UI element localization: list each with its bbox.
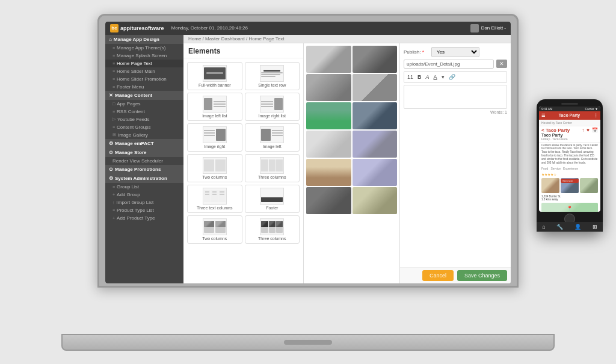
user-avatar <box>470 24 479 32</box>
save-button[interactable]: Save Changes <box>457 270 507 281</box>
sidebar-section-empact[interactable]: ⚙ Manage emPACT <box>105 139 183 148</box>
content-area: Home / Master Dashboard / Home Page Text… <box>183 35 511 283</box>
img-left-list-icon <box>203 96 227 113</box>
gallery-item[interactable] <box>306 131 351 158</box>
element-img-left-list[interactable]: Image left list <box>187 93 242 121</box>
sidebar-section-content[interactable]: ✕ Manage Content <box>105 91 183 100</box>
sidebar-section-app-design[interactable]: ⌂ Manage App Design <box>105 35 183 44</box>
company-name: appituresoftware <box>120 25 164 31</box>
editor-area[interactable] <box>404 85 507 109</box>
gallery-item[interactable] <box>353 159 398 186</box>
file-path-input[interactable] <box>404 60 494 69</box>
screen-content: bc appituresoftware Monday, October 01, … <box>105 22 511 283</box>
sidebar-item-add-product[interactable]: + Add Product Type <box>105 214 183 222</box>
sidebar-item-content-groups[interactable]: ≡ Content Groups <box>105 123 183 131</box>
phone-speaker <box>561 103 578 105</box>
gallery-item[interactable] <box>306 187 351 214</box>
phone-back-button[interactable]: < Taco Party <box>541 128 570 133</box>
sidebar-item-app-pages[interactable]: □ App Pages <box>105 100 183 108</box>
sidebar-item-splash[interactable]: ≡ Manage Splash Screen <box>105 52 183 60</box>
sidebar-item-import-group[interactable]: ↑ Import Group List <box>105 199 183 206</box>
sidebar-item-render[interactable]: Render View Scheduler <box>105 157 183 165</box>
element-label-img-left: Image left <box>248 144 297 149</box>
publish-label: Publish: * <box>404 49 428 55</box>
element-two-col-dark[interactable]: Two columns <box>187 215 242 244</box>
element-label-fullwidth: Full-width banner <box>190 83 239 87</box>
font-size-btn[interactable]: 11 <box>406 73 414 81</box>
sidebar-item-theme[interactable]: ≡ Manage App Theme(s) <box>105 44 183 52</box>
sidebar-item-product-type[interactable]: ≡ Product Type List <box>105 206 183 214</box>
form-actions: Cancel Save Changes <box>400 267 511 283</box>
element-img-left[interactable]: Image left <box>245 123 300 152</box>
city-distance: 1.5 kms away <box>541 198 598 201</box>
gallery-item[interactable] <box>353 74 398 101</box>
see-more-badge[interactable]: See more <box>561 179 579 183</box>
sidebar-item-home-slider[interactable]: ≡ Home Slider Main <box>105 67 183 75</box>
element-img-right-list[interactable]: Image right list <box>245 93 300 121</box>
element-label-footer: Footer <box>248 206 297 210</box>
element-two-col[interactable]: Two columns <box>187 154 242 182</box>
form-panel: Publish: * Yes No <box>400 43 511 267</box>
element-single-text[interactable]: Single text row <box>245 62 300 90</box>
gallery-icon: ⊞ <box>112 132 116 137</box>
sidebar-item-rss[interactable]: ≡ RSS Content <box>105 108 183 116</box>
gallery-item[interactable] <box>306 159 351 186</box>
element-label-img-right-list: Image right list <box>248 114 297 118</box>
cancel-button[interactable]: Cancel <box>422 270 454 281</box>
app-container: bc appituresoftware Monday, October 01, … <box>105 22 511 283</box>
gallery-item[interactable] <box>353 102 398 129</box>
sidebar-item-footer[interactable]: ≡ Footer Menu <box>105 83 183 91</box>
main-layout: ⌂ Manage App Design ≡ Manage App Theme(s… <box>105 35 511 283</box>
element-three-col[interactable]: Three columns <box>245 154 300 182</box>
phone-hosted-label: Hosted by Taco Center <box>541 121 598 125</box>
gallery-item[interactable] <box>353 46 398 73</box>
phone-time: 9:41 AM <box>541 107 552 111</box>
element-footer[interactable]: Footer <box>245 185 300 213</box>
sidebar-item-group-list[interactable]: ≡ Group List <box>105 183 183 191</box>
rss-icon: ≡ <box>112 110 115 114</box>
list-icon-4: ≡ <box>112 69 115 73</box>
gallery-grid <box>304 43 399 217</box>
gallery-item[interactable] <box>306 102 351 129</box>
phone-event-title: Taco Party <box>541 133 598 137</box>
sidebar-section-store[interactable]: ⊙ Manage Store <box>105 148 183 157</box>
phone-images: See more <box>541 178 598 193</box>
gallery-item[interactable] <box>306 46 351 73</box>
elements-panel: Elements Fu <box>183 43 511 283</box>
elements-list: Elements Fu <box>183 43 304 283</box>
element-three-col-dark[interactable]: Three columns <box>245 215 300 244</box>
sidebar-section-promos[interactable]: ⊙ Manage Promotions <box>105 165 183 174</box>
sidebar-item-slider-promo[interactable]: ≡ Home Slider Promotion <box>105 75 183 83</box>
gallery-item[interactable] <box>353 131 398 158</box>
sidebar-section-system[interactable]: ⚙ System Administration <box>105 174 183 183</box>
publish-select[interactable]: Yes No <box>431 47 479 57</box>
link-btn[interactable]: 🔗 <box>448 73 457 81</box>
two-col-dark-icon <box>203 218 227 235</box>
list-icon-6: ≡ <box>112 85 115 89</box>
img-left-icon <box>260 126 284 143</box>
page-icon: □ <box>112 102 115 106</box>
list-icon-3: ≡ <box>112 61 115 66</box>
bold-btn[interactable]: B <box>416 73 423 81</box>
element-three-text-col[interactable]: Three text columns <box>187 185 242 213</box>
sidebar-item-add-group[interactable]: + Add Group <box>105 191 183 199</box>
underline-btn[interactable]: A <box>433 73 439 81</box>
color-btn[interactable]: ▾ <box>440 73 446 81</box>
phone-rating-row: Food Service Experience <box>541 167 598 170</box>
italic-btn[interactable]: A <box>425 73 431 81</box>
store-icon: ⊙ <box>109 150 113 155</box>
breadcrumb: Home / Master Dashboard / Home Page Text <box>183 35 511 43</box>
sidebar-item-home-text[interactable]: ≡ Home Page Text <box>105 60 183 67</box>
element-img-right[interactable]: Image right <box>187 123 242 152</box>
gallery-item[interactable] <box>353 187 398 214</box>
element-label-two-col-dark: Two columns <box>190 236 239 241</box>
gallery-item[interactable] <box>306 74 351 101</box>
settings-icon: ⚙ <box>109 176 113 181</box>
required-star: * <box>422 49 424 55</box>
sidebar-item-youtube[interactable]: ▷ Youtube Feeds <box>105 116 183 123</box>
element-fullwidth-banner[interactable]: Full-width banner <box>187 62 242 90</box>
laptop-notch <box>284 340 332 345</box>
file-clear-button[interactable]: ✕ <box>496 60 507 68</box>
list-icon: ≡ <box>112 46 115 50</box>
sidebar-item-gallery[interactable]: ⊞ Image Gallery <box>105 131 183 139</box>
